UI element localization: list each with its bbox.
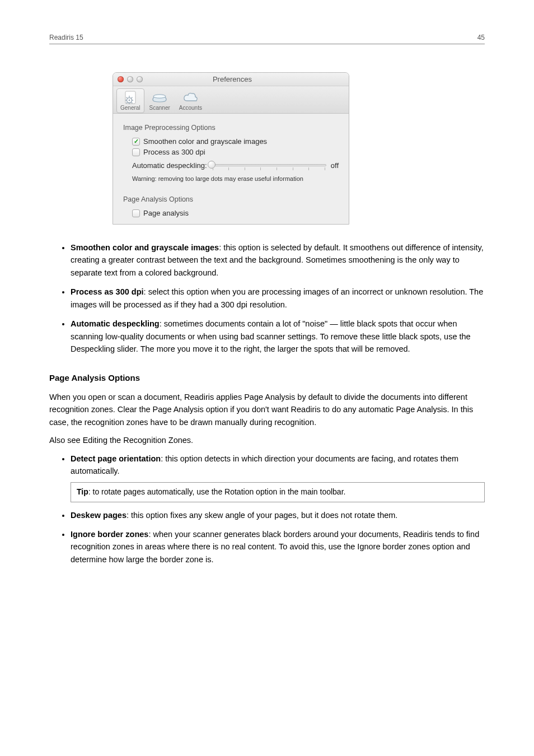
despeckling-slider[interactable] [212, 161, 326, 170]
svg-point-3 [153, 95, 166, 98]
subsection-seealso: Also see Editing the Recognition Zones. [49, 434, 485, 446]
list-item-title: Process as 300 dpi [71, 287, 144, 296]
tab-label: Scanner [149, 105, 170, 111]
list-item: Process as 300 dpi: select this option w… [71, 286, 485, 311]
checkbox-row-smoothen: Smoothen color and grayscale images [132, 137, 339, 146]
list-item-title: Automatic despeckling [71, 319, 160, 328]
minimize-icon[interactable] [127, 76, 133, 82]
tab-general[interactable]: General [116, 88, 144, 113]
options-list-upper: Smoothen color and grayscale images: thi… [49, 241, 485, 356]
slider-label: Automatic despeckling: [132, 161, 207, 170]
list-item-text: : this option fixes any skew angle of yo… [127, 511, 397, 520]
list-item-title: Smoothen color and grayscale images [71, 243, 219, 252]
checkbox-label: Smoothen color and grayscale images [143, 137, 267, 146]
list-item-title: Deskew pages [71, 511, 127, 520]
slider-row-despeckling: Automatic despeckling: off [132, 161, 339, 170]
section-title-page-analysis: Page Analysis Options [123, 195, 339, 203]
page-divider [49, 44, 485, 44]
checkbox-smoothen[interactable] [132, 138, 140, 146]
subsection-intro: When you open or scan a document, Readir… [49, 391, 485, 428]
doc-header-right: 45 [477, 34, 485, 41]
list-item-title: Ignore border zones [71, 530, 148, 539]
doc-header-left: Readiris 15 [49, 34, 83, 41]
list-item: Smoothen color and grayscale images: thi… [71, 241, 485, 279]
zoom-icon[interactable] [137, 76, 143, 82]
tab-label: General [120, 105, 140, 111]
tip-label: Tip [77, 487, 88, 496]
scanner-icon [151, 90, 168, 105]
checkbox-row-300dpi: Process as 300 dpi [132, 148, 339, 156]
tip-text: : to rotate pages automatically, use the… [88, 487, 346, 496]
window-title: Preferences [143, 75, 344, 83]
prefs-toolbar: General Scanner Accounts [113, 86, 349, 114]
preferences-window: Preferences General [113, 72, 349, 225]
list-item: Automatic despeckling: sometimes documen… [71, 318, 485, 355]
list-item-title: Detect page orientation [71, 454, 161, 463]
window-controls [118, 76, 143, 82]
close-icon[interactable] [118, 76, 124, 82]
options-list-lower: Detect page orientation: this option det… [49, 452, 485, 566]
tab-accounts[interactable]: Accounts [175, 88, 206, 113]
section-title-image-preprocessing: Image Preprocessing Options [123, 124, 339, 132]
list-item: Detect page orientation: this option det… [71, 452, 485, 502]
checkbox-row-page-analysis: Page analysis [132, 209, 339, 217]
warning-text: Warning: removing too large dots may era… [132, 175, 339, 182]
list-item: Ignore border zones: when your scanner g… [71, 528, 485, 566]
checkbox-label: Process as 300 dpi [143, 148, 205, 156]
slider-knob[interactable] [208, 161, 216, 169]
list-item: Deskew pages: this option fixes any skew… [71, 509, 485, 521]
gear-icon [122, 90, 139, 105]
tab-scanner[interactable]: Scanner [146, 88, 174, 113]
svg-point-2 [128, 100, 130, 101]
subsection-heading: Page Analysis Options [49, 371, 485, 384]
prefs-body: Image Preprocessing Options Smoothen col… [113, 114, 349, 224]
cloud-icon [182, 90, 199, 105]
checkbox-label: Page analysis [143, 209, 189, 217]
window-titlebar: Preferences [113, 73, 349, 86]
tab-label: Accounts [179, 105, 202, 111]
slider-value: off [331, 161, 339, 170]
checkbox-page-analysis[interactable] [132, 209, 140, 217]
checkbox-300dpi[interactable] [132, 148, 140, 156]
tip-box: Tip: to rotate pages automatically, use … [71, 482, 485, 502]
